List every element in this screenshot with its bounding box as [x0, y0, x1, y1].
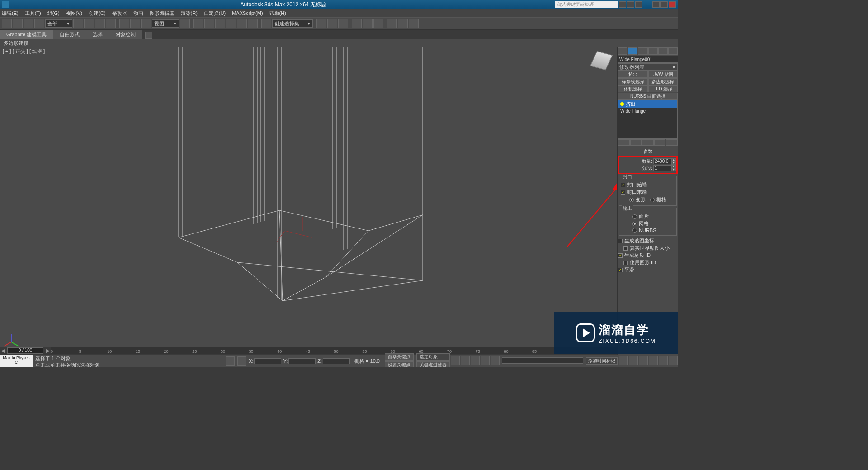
unlink-button[interactable] [34, 19, 44, 28]
amount-spinner[interactable] [653, 158, 671, 164]
menu-create[interactable]: 创建(C) [89, 10, 105, 17]
render-setup-button[interactable] [387, 19, 397, 28]
key-selected-dropdown[interactable]: 选定对象 [416, 353, 450, 361]
manipulate-button[interactable] [193, 19, 203, 28]
prev-frame-button[interactable] [461, 356, 470, 365]
stack-item-base[interactable]: Wide Flange [618, 108, 677, 114]
x-field[interactable] [254, 358, 281, 364]
next-frame-button[interactable] [481, 356, 490, 365]
cap-start-checkbox[interactable]: ✓ [621, 183, 625, 187]
rollout-title[interactable]: 参数 [618, 148, 678, 155]
gen-mapcoord-checkbox[interactable] [618, 239, 623, 243]
time-scroll-left-icon[interactable]: ◀ [1, 348, 5, 354]
stack-remove-button[interactable] [654, 139, 666, 146]
maxscript-listener-label[interactable]: Max to Physes C [0, 355, 33, 367]
menu-tools[interactable]: 工具(T) [25, 10, 41, 17]
nurbs-radio[interactable] [632, 228, 637, 233]
nav-zoom-button[interactable] [629, 356, 638, 365]
angle-snap-button[interactable] [226, 19, 236, 28]
percent-snap-button[interactable] [237, 19, 247, 28]
favorites-icon[interactable] [627, 1, 634, 8]
menu-group[interactable]: 组(G) [47, 10, 60, 17]
goto-end-button[interactable] [491, 356, 500, 365]
morph-radio[interactable] [629, 198, 634, 202]
named-selset-edit-button[interactable] [261, 19, 271, 28]
time-track[interactable]: 0 5 10 15 20 25 30 35 40 45 50 55 60 65 … [51, 347, 617, 354]
stack-configure-button[interactable] [666, 139, 678, 146]
undo-button[interactable] [2, 19, 12, 28]
help-icon[interactable] [635, 1, 642, 8]
help-dropdown-icon[interactable] [619, 1, 626, 8]
y-field[interactable] [288, 358, 316, 364]
modset-polysel-button[interactable]: 多边形选择 [648, 78, 678, 85]
segments-spinner[interactable] [653, 165, 671, 171]
align-button[interactable] [327, 19, 337, 28]
minimize-button[interactable] [652, 1, 660, 8]
key-filters-button[interactable]: 关键点过滤器 [416, 361, 450, 367]
tab-modify-icon[interactable] [628, 47, 637, 55]
modifier-list-dropdown[interactable]: 修改器列表▼ [618, 63, 678, 71]
listener-prompt[interactable] [502, 357, 583, 364]
smooth-checkbox[interactable]: ✓ [618, 268, 623, 272]
grid-radio[interactable] [650, 198, 655, 202]
snap-toggle-button[interactable] [215, 19, 225, 28]
close-button[interactable] [669, 1, 676, 8]
goto-start-button[interactable] [451, 356, 460, 365]
named-selset-dropdown[interactable]: 创建选择集▼ [272, 19, 313, 28]
rotate-button[interactable] [130, 19, 140, 28]
menu-help[interactable]: 帮助(H) [269, 10, 286, 17]
modset-uvwmap-button[interactable]: UVW 贴图 [648, 71, 678, 78]
nav-fov-button[interactable] [649, 356, 658, 365]
tab-hierarchy-icon[interactable] [638, 47, 647, 55]
ref-coord-dropdown[interactable]: 视图▼ [152, 19, 179, 28]
scale-button[interactable] [141, 19, 151, 28]
rect-select-button[interactable] [95, 19, 105, 28]
segs-down-icon[interactable]: ▼ [671, 168, 676, 171]
ribbon-tab-graphite[interactable]: Graphite 建模工具 [0, 30, 53, 39]
ribbon-toggle-button[interactable] [145, 32, 152, 39]
select-object-button[interactable] [73, 19, 83, 28]
play-button[interactable] [471, 356, 480, 365]
modset-nurbssel-button[interactable]: NURBS 曲面选择 [618, 93, 678, 100]
nav-pan-button[interactable] [619, 356, 628, 365]
material-editor-button[interactable] [373, 19, 383, 28]
menu-maxscript[interactable]: MAXScript(M) [232, 10, 263, 16]
amount-up-icon[interactable]: ▲ [671, 158, 676, 161]
viewport[interactable]: [ + ] [ 正交 ] [ 线框 ] [0, 47, 617, 347]
render-button[interactable] [409, 19, 419, 28]
object-name-field[interactable] [618, 56, 678, 63]
stack-show-end-button[interactable] [630, 139, 642, 146]
ribbon-tab-selection[interactable]: 选择 [86, 30, 109, 39]
nav-orbit-button[interactable] [659, 356, 668, 365]
menu-rendering[interactable]: 渲染(R) [181, 10, 198, 17]
schematic-view-button[interactable] [363, 19, 373, 28]
menu-modifiers[interactable]: 修改器 [112, 10, 127, 17]
modifier-stack[interactable]: 挤出 Wide Flange [618, 100, 678, 139]
redo-button[interactable] [13, 19, 23, 28]
keyboard-shortcut-button[interactable] [204, 19, 214, 28]
modset-volsel-button[interactable]: 体积选择 [618, 85, 648, 92]
time-scroll-right-icon[interactable]: ▶ [46, 348, 50, 354]
tab-utilities-icon[interactable] [668, 47, 678, 55]
tab-create-icon[interactable] [618, 47, 627, 55]
nav-maxtoggle-button[interactable] [669, 356, 678, 365]
gen-matid-checkbox[interactable]: ✓ [618, 253, 623, 258]
tab-motion-icon[interactable] [648, 47, 658, 55]
setkey-button[interactable]: 设置关键点 [385, 361, 414, 367]
modset-extrude-button[interactable]: 挤出 [618, 71, 648, 78]
tab-display-icon[interactable] [658, 47, 668, 55]
help-search-input[interactable]: 键入关键字或短语 [555, 1, 618, 8]
spinner-snap-button[interactable] [248, 19, 258, 28]
move-button[interactable] [119, 19, 129, 28]
amount-down-icon[interactable]: ▼ [671, 161, 676, 165]
segs-up-icon[interactable]: ▲ [671, 165, 676, 168]
rendered-frame-button[interactable] [398, 19, 408, 28]
abs-rel-button[interactable] [237, 356, 246, 366]
patch-radio[interactable] [632, 214, 637, 219]
menu-edit[interactable]: 编辑(E) [2, 10, 19, 17]
menu-animation[interactable]: 动画 [133, 10, 143, 17]
modset-splinesel-button[interactable]: 样条线选择 [618, 78, 648, 85]
layers-button[interactable] [338, 19, 348, 28]
lock-selection-button[interactable] [226, 356, 235, 366]
ribbon-tab-freeform[interactable]: 自由形式 [53, 30, 86, 39]
